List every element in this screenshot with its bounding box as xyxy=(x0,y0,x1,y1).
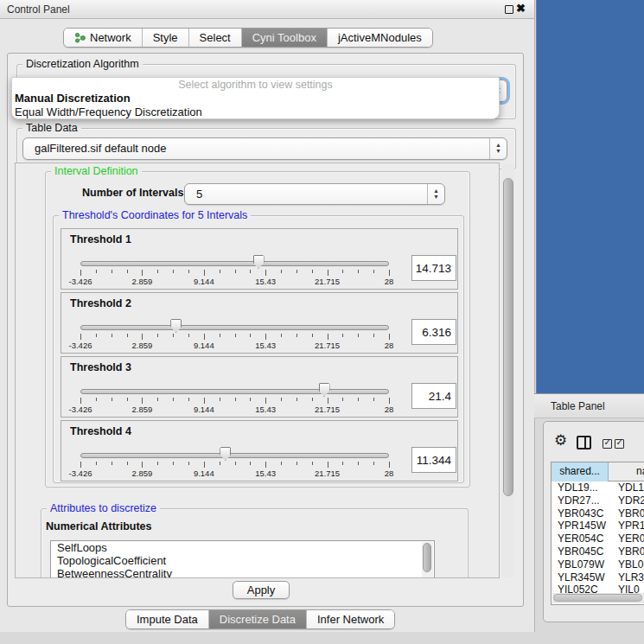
table-cell-name: YDR2 xyxy=(609,494,644,507)
cyni-toolbox-panel: Discretization Algorithm ▲▼ Select algor… xyxy=(7,53,524,607)
tab-network[interactable]: Network xyxy=(64,29,143,47)
tab-discretize-data-label: Discretize Data xyxy=(220,613,296,626)
control-panel-title: Control Panel xyxy=(7,3,70,16)
tab-cyni-toolbox-label: Cyni Toolbox xyxy=(252,31,316,44)
table-panel-window: ⚙ shared... na YDL19...YDL1YDR27...YDR2Y… xyxy=(543,421,644,622)
threshold-label: Threshold 3 xyxy=(70,361,131,373)
algorithm-option-equal-width[interactable]: Equal Width/Frequency Discretization xyxy=(12,105,499,119)
threshold-label: Threshold 4 xyxy=(70,425,131,437)
tab-style[interactable]: Style xyxy=(143,29,189,47)
table-row[interactable]: YLR345WYLR3 xyxy=(552,571,644,584)
table-cell-name: YLR3 xyxy=(609,571,644,584)
thresholds-group: Threshold's Coordinates for 5 Intervals … xyxy=(53,215,464,483)
number-of-intervals-value: 5 xyxy=(196,188,202,201)
threshold-slider-ticks xyxy=(80,398,389,405)
attributes-group: Attributes to discretize Numerical Attri… xyxy=(41,508,469,578)
tab-select-label: Select xyxy=(200,31,231,44)
attribute-list-item[interactable]: SelfLoops xyxy=(51,541,434,554)
threshold-slider-ticks xyxy=(80,462,389,469)
algorithm-dropdown-popup: Select algorithm to view settings Manual… xyxy=(11,77,500,119)
attribute-list-item[interactable]: TopologicalCoefficient xyxy=(51,554,434,567)
threshold-slider-handle[interactable] xyxy=(253,255,265,269)
column-header-shared-name[interactable]: shared... xyxy=(552,462,609,481)
settings-scroll-viewport: Interval Definition Number of Intervals … xyxy=(15,163,500,578)
table-cell-shared-name: YDR27... xyxy=(552,494,609,507)
table-row[interactable]: YPR145WYPR1 xyxy=(552,520,644,532)
table-cell-shared-name: YBR043C xyxy=(552,507,609,520)
column-layout-icon[interactable] xyxy=(577,436,591,450)
table-row[interactable]: YBL079WYBL0 xyxy=(552,558,644,571)
interval-definition-group: Interval Definition Number of Intervals … xyxy=(45,171,470,488)
threshold-panel: Threshold 2-3.4262.8599.14415.4321.71528 xyxy=(61,292,458,354)
threshold-value-input[interactable] xyxy=(411,255,456,281)
settings-scrollbar-thumb[interactable] xyxy=(503,178,513,496)
node-attribute-table[interactable]: shared... na YDL19...YDL1YDR27...YDR2YBR… xyxy=(551,462,644,605)
threshold-slider-ticks xyxy=(80,270,389,277)
tab-cyni-toolbox[interactable]: Cyni Toolbox xyxy=(242,29,328,47)
table-row[interactable]: YBR043CYBR0 xyxy=(552,507,644,520)
checkbox-icon[interactable] xyxy=(615,439,624,449)
threshold-label: Threshold 1 xyxy=(70,233,131,245)
threshold-label: Threshold 2 xyxy=(70,297,131,309)
table-cell-name: YDL1 xyxy=(609,481,644,494)
tab-jactivemnodules-label: jActiveMNodules xyxy=(338,31,422,44)
tab-impute-data[interactable]: Impute Data xyxy=(126,610,209,628)
threshold-slider-track[interactable] xyxy=(80,389,389,394)
table-row[interactable]: YER054CYER0 xyxy=(552,532,644,545)
tab-infer-network-label: Infer Network xyxy=(317,613,384,626)
table-cell-shared-name: YDL19... xyxy=(552,481,609,494)
table-cell-shared-name: YBL079W xyxy=(552,558,609,571)
column-header-name[interactable]: na xyxy=(609,462,644,481)
apply-button[interactable]: Apply xyxy=(233,581,290,599)
tab-select[interactable]: Select xyxy=(189,29,242,47)
threshold-slider-handle[interactable] xyxy=(319,383,330,397)
checkbox-icon[interactable] xyxy=(603,439,612,449)
float-window-icon[interactable] xyxy=(505,5,513,14)
threshold-slider-track[interactable] xyxy=(80,261,389,266)
threshold-slider-ticks xyxy=(80,334,389,341)
threshold-value-input[interactable] xyxy=(411,319,456,345)
threshold-panel: Threshold 1-3.4262.8599.14415.4321.71528 xyxy=(61,228,458,290)
table-cell-name: YBR0 xyxy=(609,507,644,520)
threshold-slider-tick-labels: -3.4262.8599.14415.4321.71528 xyxy=(80,341,389,350)
control-panel-window: Control Panel ✖ Network Style Select Cyn… xyxy=(0,0,535,632)
table-row[interactable]: YDR27...YDR2 xyxy=(552,494,644,507)
table-horizontal-scrollbar[interactable] xyxy=(552,593,644,603)
table-data-combo[interactable]: galFiltered.sif default node ▲▼ xyxy=(22,137,507,160)
tab-infer-network[interactable]: Infer Network xyxy=(307,610,394,628)
settings-scrollbar-track[interactable] xyxy=(501,163,514,578)
control-panel-titlebar: Control Panel ✖ xyxy=(0,0,534,19)
discretization-algorithm-group-title: Discretization Algorithm xyxy=(22,58,143,70)
table-row[interactable]: YDL19...YDL1 xyxy=(552,481,644,494)
table-cell-name: YPR1 xyxy=(609,520,644,532)
table-panel-bar: Table Panel xyxy=(534,393,644,418)
network-window-frame: GAL80GACGAL11GAL4GCY1HHAP2 xyxy=(536,0,644,393)
table-cell-shared-name: YBR045C xyxy=(552,545,609,558)
algorithm-popup-hint: Select algorithm to view settings xyxy=(12,79,499,92)
algorithm-option-manual[interactable]: Manual Discretization xyxy=(12,92,499,105)
table-cell-shared-name: YPR145W xyxy=(552,520,609,532)
threshold-slider-handle[interactable] xyxy=(220,447,231,461)
tab-discretize-data[interactable]: Discretize Data xyxy=(209,610,307,628)
tab-style-label: Style xyxy=(153,31,178,44)
close-icon[interactable]: ✖ xyxy=(516,2,526,15)
tab-network-label: Network xyxy=(90,31,131,44)
gear-icon[interactable]: ⚙ xyxy=(554,433,567,448)
threshold-value-input[interactable] xyxy=(411,447,456,473)
threshold-slider-handle[interactable] xyxy=(170,319,182,333)
threshold-value-input[interactable] xyxy=(411,383,456,409)
table-data-combo-value: galFiltered.sif default node xyxy=(35,142,166,155)
threshold-panel: Threshold 4-3.4262.8599.14415.4321.71528 xyxy=(61,420,458,481)
attributes-scrollbar[interactable] xyxy=(422,542,433,578)
number-of-intervals-combo[interactable]: 5 ▲▼ xyxy=(184,183,445,205)
threshold-slider-track[interactable] xyxy=(80,453,389,458)
number-of-intervals-label: Number of Intervals xyxy=(82,187,183,199)
combo-stepper-icon: ▲▼ xyxy=(427,184,444,204)
interval-definition-group-title: Interval Definition xyxy=(51,165,142,177)
numerical-attributes-list[interactable]: SelfLoopsTopologicalCoefficientBetweenne… xyxy=(50,540,435,578)
table-row[interactable]: YBR045CYBR0 xyxy=(552,545,644,558)
threshold-slider-track[interactable] xyxy=(80,325,389,330)
attribute-list-item[interactable]: BetweennessCentrality xyxy=(51,567,434,578)
tab-jactivemnodules[interactable]: jActiveMNodules xyxy=(328,29,432,47)
attributes-group-title: Attributes to discretize xyxy=(47,502,160,514)
